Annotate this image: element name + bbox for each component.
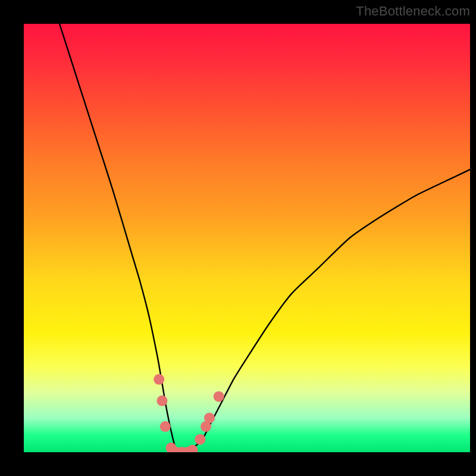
plot-background-gradient	[24, 24, 470, 452]
watermark-text: TheBottleneck.com	[356, 4, 470, 19]
chart-frame: TheBottleneck.com	[0, 0, 476, 476]
